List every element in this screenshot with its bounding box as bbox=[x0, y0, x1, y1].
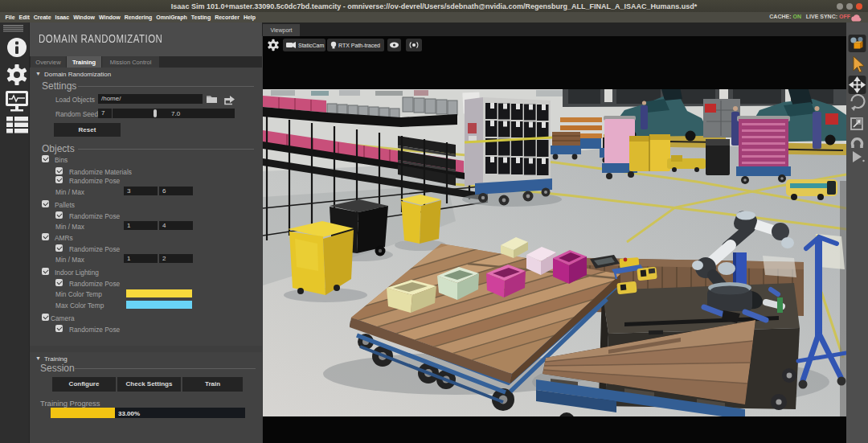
svg-text:RTX Path-traced: RTX Path-traced bbox=[338, 43, 380, 48]
svg-text:StaticCam: StaticCam bbox=[298, 43, 324, 48]
